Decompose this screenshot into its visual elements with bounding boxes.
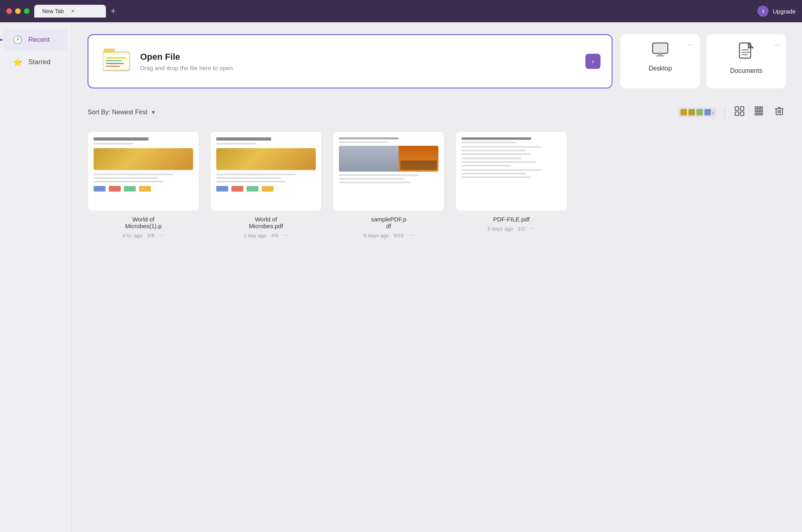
open-file-text: Open File Drag and drop the file here to…	[140, 52, 233, 71]
sort-selector[interactable]: Sort By: Newest First ▼	[88, 109, 156, 116]
quick-card-desktop[interactable]: ··· Desktop	[620, 34, 700, 88]
list-view-button[interactable]	[753, 104, 766, 120]
tab-add-button[interactable]: +	[111, 6, 116, 16]
svg-rect-29	[758, 113, 760, 115]
svg-rect-8	[106, 63, 124, 64]
divider	[724, 107, 725, 118]
svg-rect-11	[653, 44, 667, 53]
svg-rect-27	[761, 110, 763, 112]
sort-actions: ‹	[678, 104, 786, 120]
folder-icon	[103, 48, 131, 75]
file-more-3[interactable]: ···	[530, 225, 535, 232]
svg-rect-17	[741, 54, 748, 55]
svg-rect-22	[755, 107, 757, 109]
file-thumbnail-1	[210, 131, 322, 211]
file-meta-3: 6 days ago 1/2 ···	[456, 225, 567, 232]
minimize-button[interactable]	[15, 8, 21, 14]
delete-button[interactable]	[773, 104, 786, 120]
file-card-0[interactable]: World ofMicrobes(1).p 4 hr. ago 1/6 ···	[88, 131, 199, 239]
open-file-card[interactable]: Open File Drag and drop the file here to…	[88, 34, 612, 88]
tab-bar: New Tab ✕ +	[34, 5, 753, 18]
grid-view-button[interactable]	[733, 104, 746, 120]
file-name-1: World ofMicrobes.pdf	[249, 216, 283, 229]
tab-label: New Tab	[42, 8, 64, 14]
svg-rect-23	[758, 107, 760, 109]
svg-rect-13	[656, 55, 665, 57]
color-swatches: ‹	[678, 108, 716, 117]
svg-rect-14	[739, 43, 751, 58]
chevron-down-icon: ▼	[151, 109, 156, 115]
file-page-3: 1/2	[518, 226, 525, 232]
svg-rect-21	[740, 112, 744, 115]
star-icon: ⭐	[13, 57, 23, 67]
swatch-3[interactable]	[696, 109, 703, 115]
svg-rect-6	[106, 57, 126, 59]
file-more-2[interactable]: ···	[409, 232, 414, 239]
file-card-2[interactable]: samplePDF.pdf 6 days ago 9/10 ···	[333, 131, 444, 239]
swatch-4[interactable]	[704, 109, 711, 115]
svg-rect-30	[761, 113, 763, 115]
sidebar-item-label-recent: Recent	[28, 36, 50, 44]
upgrade-button[interactable]: Upgrade	[773, 8, 796, 15]
desktop-icon	[652, 42, 669, 61]
sort-bar: Sort By: Newest First ▼ ‹	[88, 104, 786, 120]
tab-close-icon[interactable]: ✕	[71, 8, 75, 14]
open-file-title: Open File	[140, 52, 233, 62]
swatch-1[interactable]	[681, 109, 687, 115]
file-time-0: 4 hr. ago	[122, 233, 143, 239]
app-body: 🕐 Recent ⭐ Starred	[0, 22, 802, 532]
file-name-0: World ofMicrobes(1).p	[125, 216, 162, 229]
file-thumbnail-0	[88, 131, 199, 211]
recent-icon: 🕐	[13, 35, 23, 45]
file-time-2: 6 days ago	[364, 233, 389, 239]
file-name-3: PDF-FILE.pdf	[493, 216, 530, 223]
file-card-1[interactable]: World ofMicrobes.pdf 1 day ago 4/6 ···	[210, 131, 322, 239]
svg-rect-12	[658, 53, 663, 55]
swatch-chevron-icon[interactable]: ‹	[712, 110, 714, 115]
file-card-3[interactable]: PDF-FILE.pdf 6 days ago 1/2 ···	[456, 131, 567, 239]
user-avatar: I	[757, 6, 769, 17]
file-time-1: 1 day ago	[244, 233, 266, 239]
file-time-3: 6 days ago	[487, 226, 513, 232]
svg-rect-15	[741, 49, 749, 51]
top-section: Open File Drag and drop the file here to…	[88, 34, 786, 88]
file-more-0[interactable]: ···	[159, 232, 164, 239]
sidebar: 🕐 Recent ⭐ Starred	[0, 22, 72, 532]
maximize-button[interactable]	[24, 8, 29, 14]
close-button[interactable]	[6, 8, 12, 14]
file-meta-2: 6 days ago 9/10 ···	[333, 232, 444, 239]
file-page-1: 4/6	[271, 233, 278, 239]
svg-rect-9	[106, 66, 120, 67]
sidebar-item-recent[interactable]: 🕐 Recent	[3, 29, 68, 50]
sort-label: Sort By: Newest First	[88, 109, 147, 116]
file-meta-0: 4 hr. ago 1/6 ···	[88, 232, 199, 239]
main-content: Open File Drag and drop the file here to…	[72, 22, 802, 532]
svg-rect-20	[735, 112, 739, 115]
sidebar-item-starred[interactable]: ⭐ Starred	[3, 52, 68, 72]
desktop-label: Desktop	[649, 65, 672, 72]
svg-rect-18	[735, 107, 739, 110]
file-thumbnail-3	[456, 131, 567, 211]
svg-rect-16	[741, 52, 750, 53]
file-grid: World ofMicrobes(1).p 4 hr. ago 1/6 ···	[88, 131, 786, 239]
sidebar-item-label-starred: Starred	[28, 58, 51, 66]
svg-rect-24	[761, 107, 763, 109]
svg-rect-28	[755, 113, 757, 115]
file-meta-1: 1 day ago 4/6 ···	[210, 232, 322, 239]
swatch-2[interactable]	[689, 109, 695, 115]
svg-rect-19	[740, 107, 744, 110]
documents-more-icon[interactable]: ···	[774, 41, 780, 49]
quick-card-documents[interactable]: ··· Documents	[706, 34, 786, 88]
file-name-2: samplePDF.pdf	[371, 216, 406, 229]
file-more-1[interactable]: ···	[283, 232, 288, 239]
documents-label: Documents	[730, 67, 763, 74]
desktop-more-icon[interactable]: ···	[688, 41, 694, 49]
quick-access: ··· Desktop ···	[620, 34, 786, 88]
upgrade-label: Upgrade	[773, 8, 796, 15]
tab-new[interactable]: New Tab ✕	[34, 5, 106, 18]
file-thumbnail-2	[333, 131, 444, 211]
open-file-arrow-button[interactable]: ›	[585, 54, 601, 69]
file-page-2: 9/10	[393, 233, 403, 239]
svg-rect-26	[758, 110, 760, 112]
active-dot	[0, 39, 2, 41]
